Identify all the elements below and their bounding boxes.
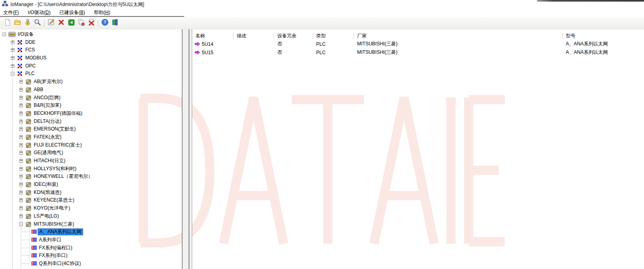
splitter-thumb[interactable] [189, 29, 189, 269]
expand-icon[interactable]: + [19, 96, 23, 100]
menu-item-io-driver[interactable]: I/O驱动(D) [28, 9, 51, 16]
tree-item[interactable]: +FCS [0, 46, 182, 54]
tree-item[interactable]: -MITSUBISHI(三菱) [0, 220, 182, 228]
splitter-bar[interactable] [182, 29, 192, 269]
delete-page-icon [87, 18, 95, 27]
tree-item[interactable]: -I/O设备 [0, 31, 182, 39]
tree-item[interactable]: +KOYO(光洋电子) [0, 204, 182, 212]
expand-icon[interactable]: + [19, 175, 23, 178]
column-header-vendor[interactable]: 厂家 [354, 33, 563, 39]
device-row[interactable]: 5U15否PLCMITSUBISHI(三菱)A、ANA系列以太网 [192, 48, 644, 57]
tree-item[interactable]: +BECKHOFF(德国倍福) [0, 110, 182, 118]
tree-item-label: MITSUBISHI(三菱) [33, 221, 75, 227]
tree-item-label: B&R(贝加莱) [33, 102, 63, 108]
tree-item[interactable]: FX系列(串口) [0, 252, 182, 260]
delete-x-button[interactable] [56, 18, 66, 28]
back-button[interactable] [66, 18, 76, 28]
tree-item[interactable]: +DELTA(台达) [0, 118, 182, 126]
exit-icon [112, 18, 119, 27]
expand-icon[interactable]: + [19, 88, 23, 92]
collapse-icon[interactable]: - [11, 72, 14, 75]
help-button[interactable]: ? [100, 18, 110, 28]
expand-icon[interactable]: + [19, 191, 23, 194]
cell-type: PLC [313, 50, 354, 55]
tree-item[interactable]: +ABB [0, 86, 182, 94]
column-header-type[interactable]: 类型 [313, 33, 354, 39]
tree-item[interactable]: +OPC [0, 62, 182, 70]
cell-model: A、ANA系列以太网 [563, 49, 642, 56]
search-button[interactable] [33, 18, 43, 28]
tree-item[interactable]: +IDEC(和泉) [0, 181, 182, 189]
open-folder-button[interactable] [12, 18, 22, 28]
tree-item[interactable]: A、ANA系列以太网 [0, 228, 182, 236]
tree-item[interactable]: +HONEYWELL（霍尼韦尔） [0, 173, 182, 181]
toolbar: ? [0, 17, 644, 29]
expand-icon[interactable]: + [19, 143, 23, 147]
expand-icon[interactable]: + [11, 64, 14, 68]
stamp-icon [24, 18, 31, 27]
delete-page-button[interactable] [86, 18, 96, 28]
tree-item[interactable]: +AB(罗克韦尔) [0, 78, 182, 86]
expand-icon[interactable]: + [19, 206, 23, 210]
tree-item[interactable]: +ANCO(巨腾) [0, 94, 182, 102]
tree-item[interactable]: Q系列串口(4C协议) [0, 260, 182, 268]
column-header-redundancy[interactable]: 设备冗余 [274, 33, 313, 39]
device-tree-pane: -I/O设备+DDE+FCS+MODBUS+OPC-PLC+AB(罗克韦尔)+A… [0, 29, 182, 269]
driver-category-icon [17, 55, 23, 62]
tree-item[interactable]: +FATEK(永宏) [0, 133, 182, 141]
edit-button[interactable] [46, 18, 56, 28]
expand-icon[interactable]: + [19, 80, 23, 84]
expand-icon[interactable]: + [19, 183, 23, 186]
tree-item[interactable]: +MODBUS [0, 54, 182, 62]
tree-item[interactable]: +GE(通用电气) [0, 149, 182, 157]
exit-button[interactable] [110, 18, 120, 28]
stamp-button[interactable] [22, 18, 33, 28]
column-header-description[interactable]: 描述 [234, 33, 274, 39]
device-root-icon [8, 32, 16, 39]
expand-icon[interactable]: + [19, 120, 23, 123]
tree-item[interactable]: +FUJI ELECTRIC(富士) [0, 141, 182, 149]
tree-item[interactable]: +KDN(凯迪恩) [0, 189, 182, 197]
tree-item[interactable]: +KEYENCE(基恩士) [0, 196, 182, 204]
collapse-icon[interactable]: - [19, 222, 23, 226]
expand-icon[interactable]: + [19, 104, 23, 107]
tree-item[interactable]: +DDE [0, 39, 182, 47]
device-row[interactable]: 5U14否PLCMITSUBISHI(三菱)A、ANA系列以太网 [192, 40, 644, 48]
back-icon [68, 19, 75, 27]
tree-item[interactable]: A系列串口 [0, 236, 182, 244]
tree-item[interactable]: +B&R(贝加莱) [0, 102, 182, 110]
expand-icon[interactable]: + [19, 151, 23, 155]
expand-icon[interactable]: + [19, 167, 23, 171]
tree-item[interactable]: -PLC [0, 70, 182, 78]
vendor-icon [26, 158, 31, 165]
tree-item[interactable]: FX系列(编程口) [0, 244, 182, 252]
expand-icon[interactable]: + [19, 159, 23, 163]
collapse-icon[interactable]: - [2, 33, 6, 36]
menu-item-built-devices[interactable]: 已建设备(B) [59, 9, 85, 16]
tree-item[interactable]: +HITACHI(日立) [0, 157, 182, 165]
menu-item-help[interactable]: 帮助(H) [94, 9, 110, 16]
tree-item-label: FCS [24, 47, 36, 53]
menu-item-label: I/O驱动( [28, 10, 45, 15]
expand-icon[interactable]: + [11, 56, 14, 60]
expand-icon[interactable]: + [19, 214, 23, 218]
vendor-icon [26, 95, 31, 102]
expand-icon[interactable]: + [19, 112, 23, 115]
expand-icon[interactable]: + [19, 198, 23, 202]
menu-item-file[interactable]: 文件(F) [3, 9, 19, 16]
copy-gear-button[interactable] [76, 18, 86, 28]
driver-category-icon [17, 63, 23, 70]
expand-icon[interactable]: + [11, 48, 14, 52]
tree-item[interactable]: +EMERSON(艾默生) [0, 125, 182, 133]
expand-icon[interactable]: + [19, 127, 23, 131]
tree-item[interactable]: +HOLLYSYS(和利时) [0, 165, 182, 173]
column-header-model[interactable]: 型号 [563, 33, 642, 39]
tree-item[interactable]: +LS产电(LG) [0, 212, 182, 220]
tree-item-label: KOYO(光洋电子) [33, 205, 71, 211]
expand-icon[interactable]: + [19, 135, 23, 139]
tree-item-label: GE(通用电气) [33, 150, 64, 156]
expand-icon[interactable]: + [11, 41, 14, 44]
column-header-name[interactable]: 名称 [192, 33, 234, 39]
new-button[interactable] [2, 18, 12, 28]
toolbar-separator [98, 19, 98, 27]
